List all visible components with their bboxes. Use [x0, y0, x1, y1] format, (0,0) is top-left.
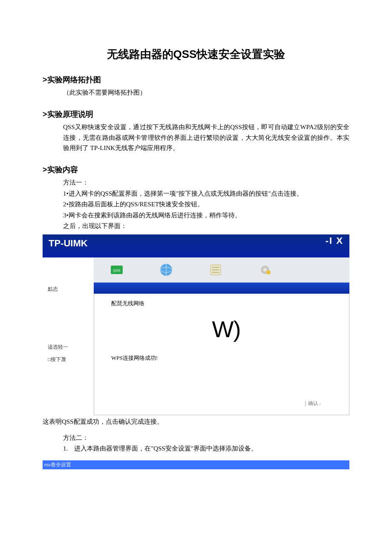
app-window: -I X TP-UIMK 黠态 谙选轻一 □按下蔑 QSS	[43, 234, 349, 415]
panel-success-msg: WPS连接网络成功!	[111, 354, 341, 362]
section-head-label: >实验内容	[43, 165, 78, 174]
principle-body: QSS又称快速安全设置，通过按下无线路由和无线网卡上的QSS按钮，即可自动建立W…	[43, 122, 349, 153]
app-main: QSS 配琵无线网络 W) WPS连接网络成功!	[94, 257, 349, 415]
sidebar-item-b[interactable]: 谙选轻一	[43, 341, 94, 353]
window-buttons[interactable]: -I X	[326, 235, 343, 246]
app-titlebar: -I X TP-UIMK	[43, 234, 349, 257]
section-head-topology: >实验网络拓扑图	[43, 75, 349, 85]
svg-point-10	[266, 270, 271, 275]
page-title: 无线路由器的QSS快速安全设置实验	[43, 47, 349, 62]
post-app-line: 这表明QSS配置成功，点击确认完成连接。	[43, 418, 349, 426]
method1-step4: 之后，出现以下界面：	[63, 221, 349, 232]
svg-text:QSS: QSS	[113, 269, 121, 272]
sidebar-item-a[interactable]: 黠态	[43, 283, 94, 295]
section-head-principle: >实验原理说明	[43, 109, 349, 119]
method1-step3: 3•网卡会在搜索到该路由器的无线网络后进行连接，稍作等待。	[63, 210, 349, 221]
section-head-content: >实验内容	[43, 165, 349, 175]
method2-block: 方法二： 1. 进入本路由器管理界面，在"QSS安全设置"界面中选择添加设备。	[43, 433, 349, 454]
panel-big-w: W)	[111, 316, 341, 342]
app-sidebar: 黠态 谙选轻一 □按下蔑	[43, 257, 94, 415]
method1-step2: 2•按路由器后面板上的QSS/RESET快速安全按钮。	[63, 199, 349, 210]
svg-point-9	[263, 268, 267, 272]
method1-label: 方法一：	[63, 177, 349, 188]
qss-icon[interactable]: QSS	[109, 262, 124, 278]
method1-step1: 1•进入网卡的QSS配置界面，选择第一项"按下接入点或无线路由器的按钮"点击连接…	[63, 188, 349, 199]
gear-icon[interactable]	[257, 262, 273, 278]
document-page: 无线路由器的QSS快速安全设置实验 >实验网络拓扑图 （此实验不需要网络拓扑图）…	[0, 0, 392, 555]
qss-settings-bar: ess卷全设置	[43, 460, 349, 469]
method2-label: 方法二：	[63, 433, 349, 444]
section-head-label: >实验原理说明	[43, 110, 93, 119]
globe-icon[interactable]	[159, 262, 174, 278]
confirm-button[interactable]: ｜确认」	[303, 400, 323, 407]
app-toolbar: QSS	[94, 257, 349, 283]
app-brand: TP-UIMK	[49, 238, 343, 249]
app-tab-strip	[94, 283, 349, 294]
section-head-label: >实验网络拓扑图	[43, 75, 101, 84]
panel-title: 配琵无线网络	[111, 300, 341, 307]
method2-step1: 1. 进入本路由器管理界面，在"QSS安全设置"界面中选择添加设备。	[63, 443, 349, 454]
method1-block: 方法一： 1•进入网卡的QSS配置界面，选择第一项"按下接入点或无线路由器的按钮…	[43, 177, 349, 232]
app-body: 黠态 谙选轻一 □按下蔑 QSS	[43, 257, 349, 415]
topology-note: （此实验不需要网络拓扑图）	[43, 87, 349, 98]
list-icon[interactable]	[208, 262, 223, 278]
sidebar-item-c[interactable]: □按下蔑	[43, 353, 94, 366]
app-panel: 配琵无线网络 W) WPS连接网络成功! ｜确认」	[94, 294, 349, 415]
